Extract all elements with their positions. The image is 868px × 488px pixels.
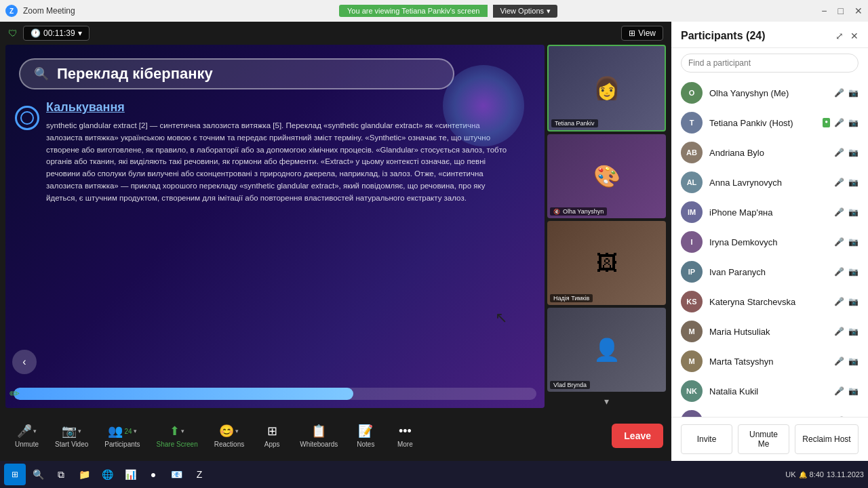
participant-item-olha[interactable]: O Olha Yanyshyn (Me) 🎤 📷 <box>671 78 868 108</box>
participant-item-kateryna[interactable]: KS Kateryna Starchevska 🎤 📷 <box>671 287 868 317</box>
panel-header: Participants (24) ⤢ ✕ <box>671 22 868 48</box>
participant-item-natalii[interactable]: N nataliiаherasymiv 🎤 📷 <box>671 406 868 417</box>
share-screen-label: Share Screen <box>157 441 198 448</box>
participant-item-andriana[interactable]: AB Andriana Bylo 🎤 📷 <box>671 138 868 167</box>
participant-icons-andriana: 🎤 📷 <box>834 148 859 157</box>
participant-item-maria[interactable]: M Maria Hutsuliak 🎤 📷 <box>671 317 868 346</box>
title-bar-left: Z Zoom Meeting <box>5 5 75 17</box>
mic-icon-tetiana: 🎤 <box>834 118 844 127</box>
participant-avatar-maria: M <box>681 321 703 342</box>
participant-name-ivan: Ivan Paranych <box>709 267 834 277</box>
view-options-button[interactable]: View Options ▾ <box>493 5 557 18</box>
notes-button[interactable]: 📝 Notes <box>347 420 384 452</box>
invite-button[interactable]: Invite <box>681 424 732 454</box>
video-caret[interactable]: ▾ <box>78 428 81 434</box>
chevron-down-icon: ▾ <box>547 7 551 16</box>
start-video-button[interactable]: 📷 ▾ Start Video <box>48 420 95 452</box>
minimize-button[interactable]: − <box>821 5 827 16</box>
participant-icons-maria: 🎤 📷 <box>834 327 859 336</box>
progress-fill <box>14 388 353 400</box>
nadiya-name-tag: Надія Тимків <box>550 294 593 302</box>
participant-name-tetiana: Tetiana Pankiv (Host) <box>709 118 823 128</box>
taskbar: ⊞ 🔍 ⧉ 📁 🌐 📊 ● 📧 Z UK 🔔 8:40 13.11.2023 <box>0 461 868 488</box>
participant-item-anna[interactable]: AL Anna Lavrynovych 🎤 📷 <box>671 167 868 197</box>
taskbar-zoom[interactable]: Z <box>189 464 210 485</box>
taskbar-system-tray: UK 🔔 8:40 13.11.2023 <box>785 470 864 479</box>
more-button[interactable]: ••• More <box>387 420 423 452</box>
whiteboards-button[interactable]: 📋 Whiteboards <box>293 420 344 452</box>
leave-button[interactable]: Leave <box>612 424 663 448</box>
participant-item-iphone[interactable]: IM iPhone Мар'яна 🎤 📷 <box>671 197 868 227</box>
whiteboards-label: Whiteboards <box>300 441 338 448</box>
participant-icons-natalia: 🎤 📷 <box>834 386 859 396</box>
unmute-label: Unmute <box>15 441 39 448</box>
participants-button[interactable]: 👥 24 ▾ Participants <box>98 420 146 452</box>
participant-item-iryna[interactable]: I Iryna Demkovych 🎤 📷 <box>671 227 868 257</box>
search-participants-input[interactable] <box>681 54 859 73</box>
annotation-pen-icon[interactable]: ✏ <box>9 386 20 401</box>
vlad-avatar: 👤 <box>547 308 666 392</box>
participant-item-ivan[interactable]: IP Ivan Paranych 🎤 📷 <box>671 257 868 287</box>
taskbar-task-view[interactable]: ⧉ <box>50 464 72 485</box>
participant-name-kateryna: Kateryna Starchevska <box>709 297 834 307</box>
side-videos: 👩 Tetiana Pankiv 🎨 🔇 Olha Yanyshyn 🖼 <box>547 45 666 408</box>
apps-button[interactable]: ⊞ Apps <box>254 420 290 452</box>
close-button[interactable]: ✕ <box>854 5 863 16</box>
participant-avatar-iryna: I <box>681 231 703 253</box>
video-icon-natalia: 📷 <box>848 386 859 396</box>
panel-close-button[interactable]: ✕ <box>850 30 859 41</box>
unmute-button[interactable]: 🎤 ▾ Unmute <box>8 420 45 452</box>
participant-name-marta: Marta Tatsyshyn <box>709 357 834 367</box>
timer-display: 00:11:39 <box>43 28 75 38</box>
reclaim-host-button[interactable]: Reclaim Host <box>795 424 859 454</box>
unmute-caret[interactable]: ▾ <box>33 428 37 434</box>
video-icon-iryna: 📷 <box>848 237 859 247</box>
participant-item-natalia[interactable]: NK Natalia Kukil 🎤 📷 <box>671 376 868 406</box>
participant-item-marta[interactable]: M Marta Tatsyshyn 🎤 📷 <box>671 346 868 376</box>
share-caret[interactable]: ▾ <box>181 428 184 434</box>
participants-icon: 👥 <box>108 424 123 439</box>
taskbar-chrome[interactable]: ● <box>142 464 164 485</box>
main-area: 🛡 🕐 00:11:39 ▾ ⊞ View 🔍 Переклад кіберпа… <box>0 22 868 461</box>
panel-expand-button[interactable]: ⤢ <box>835 30 844 41</box>
timer-dropdown-icon: ▾ <box>78 28 82 38</box>
title-bar-center: You are viewing Tetiana Pankiv's screen … <box>339 5 557 18</box>
participant-avatar-iphone: IM <box>681 201 703 223</box>
taskbar-excel[interactable]: 📊 <box>119 464 141 485</box>
whiteboards-icon: 📋 <box>311 424 326 439</box>
show-more-participants-button[interactable]: ▾ <box>547 394 666 408</box>
participant-avatar-tetiana: T <box>681 112 703 134</box>
previous-slide-button[interactable]: ‹ <box>12 350 37 374</box>
share-screen-icon: ⬆ <box>170 424 180 439</box>
start-menu-button[interactable]: ⊞ <box>4 464 26 485</box>
slide-title: Переклад кіберпанку <box>57 65 213 83</box>
mute-icon: 🔇 <box>553 209 560 215</box>
olha-avatar: 🎨 <box>547 134 666 218</box>
participant-name-andriana: Andriana Bylo <box>709 148 834 158</box>
video-thumb-tetiana: 👩 Tetiana Pankiv <box>547 45 666 131</box>
participants-caret[interactable]: ▾ <box>134 428 137 434</box>
tetiana-name-tag: Tetiana Pankiv <box>551 119 598 127</box>
taskbar-date: 13.11.2023 <box>827 470 864 479</box>
taskbar-file-explorer[interactable]: 📁 <box>73 464 95 485</box>
reactions-button[interactable]: 😊 ▾ Reactions <box>208 420 251 452</box>
taskbar-edge[interactable]: 🌐 <box>96 464 118 485</box>
unmute-me-button[interactable]: Unmute Me <box>738 424 789 454</box>
participants-count: 24 <box>124 428 132 435</box>
app-title: Zoom Meeting <box>23 6 75 16</box>
search-icon: 🔍 <box>34 66 49 81</box>
participant-item-tetiana[interactable]: T Tetiana Pankiv (Host) ● 🎤 📷 <box>671 108 868 138</box>
video-icon-ivan: 📷 <box>848 267 859 277</box>
video-icon-kateryna: 📷 <box>848 297 859 306</box>
taskbar-search-button[interactable]: 🔍 <box>27 464 49 485</box>
view-button[interactable]: ⊞ View <box>621 26 663 41</box>
mute-icon-natalia: 🎤 <box>834 386 844 396</box>
shield-icon: 🛡 <box>8 28 18 39</box>
share-screen-button[interactable]: ⬆ ▾ Share Screen <box>150 420 205 452</box>
reactions-caret[interactable]: ▾ <box>235 428 239 434</box>
participant-icons-kateryna: 🎤 📷 <box>834 297 859 306</box>
taskbar-app5[interactable]: 📧 <box>165 464 187 485</box>
participant-icons-iphone: 🎤 📷 <box>834 207 859 217</box>
maximize-button[interactable]: □ <box>838 5 844 16</box>
participant-avatar-andriana: AB <box>681 142 703 163</box>
